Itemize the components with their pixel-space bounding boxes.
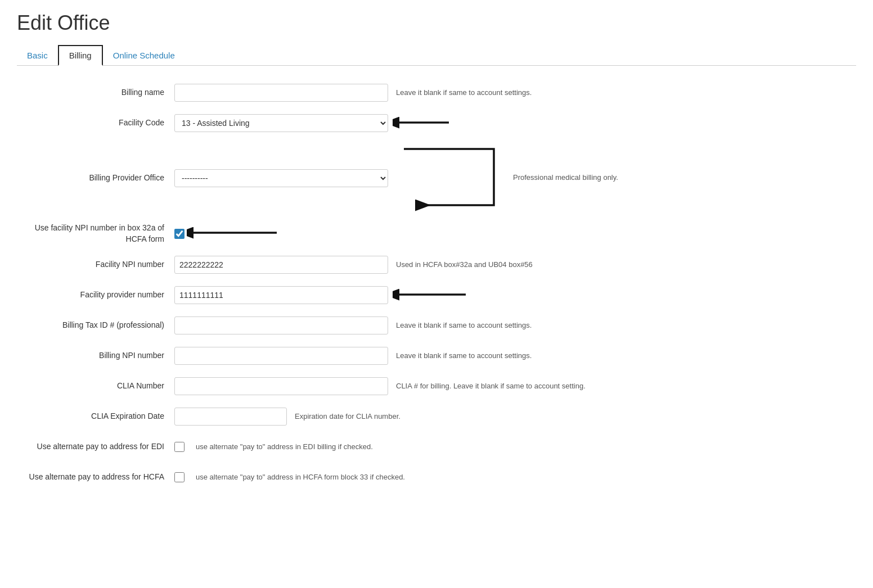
clia-number-input[interactable] bbox=[174, 377, 388, 395]
billing-npi-number-input[interactable] bbox=[174, 347, 388, 365]
billing-tax-id-hint: Leave it blank if same to account settin… bbox=[396, 320, 532, 331]
tab-bar: Basic Billing Online Schedule bbox=[17, 45, 856, 66]
billing-provider-office-hint: Professional medical billing only. bbox=[513, 173, 618, 183]
facility-npi-number-input[interactable]: 2222222222 bbox=[174, 256, 388, 274]
page-title: Edit Office bbox=[17, 11, 856, 35]
facility-npi-number-row: Facility NPI number 2222222222 Used in H… bbox=[17, 255, 804, 275]
billing-tax-id-row: Billing Tax ID # (professional) Leave it… bbox=[17, 315, 804, 336]
billing-provider-office-label: Billing Provider Office bbox=[17, 173, 174, 184]
billing-npi-number-hint: Leave it blank if same to account settin… bbox=[396, 351, 532, 361]
billing-name-input[interactable] bbox=[174, 84, 388, 102]
facility-provider-number-input[interactable]: 1111111111 bbox=[174, 286, 388, 304]
billing-provider-office-row: Billing Provider Office ---------- bbox=[17, 143, 804, 212]
clia-expiration-input[interactable] bbox=[174, 408, 287, 426]
clia-expiration-hint: Expiration date for CLIA number. bbox=[295, 411, 400, 422]
facility-provider-number-label: Facility provider number bbox=[17, 290, 174, 301]
arrow-billing-provider bbox=[393, 143, 505, 212]
use-facility-npi-label: Use facility NPI number in box 32a of HC… bbox=[17, 223, 174, 245]
alt-pay-hcfa-checkbox[interactable] bbox=[174, 472, 184, 482]
billing-npi-number-row: Billing NPI number Leave it blank if sam… bbox=[17, 346, 804, 366]
arrow-facility-code bbox=[393, 114, 454, 133]
tab-online-schedule[interactable]: Online Schedule bbox=[103, 46, 185, 65]
clia-number-label: CLIA Number bbox=[17, 381, 174, 392]
arrow-facility-provider-number bbox=[393, 286, 471, 305]
facility-code-label: Facility Code bbox=[17, 117, 174, 129]
clia-number-hint: CLIA # for billing. Leave it blank if sa… bbox=[396, 381, 586, 391]
alt-pay-hcfa-row: Use alternate pay to address for HCFA us… bbox=[17, 467, 804, 487]
facility-provider-number-row: Facility provider number 1111111111 bbox=[17, 285, 804, 305]
billing-name-label: Billing name bbox=[17, 87, 174, 98]
tab-billing[interactable]: Billing bbox=[58, 45, 103, 66]
alt-pay-edi-label: Use alternate pay to address for EDI bbox=[17, 441, 174, 453]
facility-code-select[interactable]: 13 - Assisted Living 01 - Pharmacy 02 - … bbox=[174, 114, 388, 132]
billing-provider-office-select[interactable]: ---------- bbox=[174, 169, 388, 187]
alt-pay-edi-row: Use alternate pay to address for EDI use… bbox=[17, 437, 804, 457]
alt-pay-hcfa-hint: use alternate "pay to" address in HCFA f… bbox=[196, 472, 405, 482]
billing-tax-id-input[interactable] bbox=[174, 316, 388, 334]
billing-form: Billing name Leave it blank if same to a… bbox=[17, 83, 804, 487]
facility-npi-number-label: Facility NPI number bbox=[17, 259, 174, 270]
billing-name-hint: Leave it blank if same to account settin… bbox=[396, 88, 532, 98]
clia-expiration-row: CLIA Expiration Date Expiration date for… bbox=[17, 406, 804, 427]
use-facility-npi-checkbox[interactable] bbox=[174, 229, 184, 239]
facility-code-row: Facility Code 13 - Assisted Living 01 - … bbox=[17, 113, 804, 133]
alt-pay-hcfa-label: Use alternate pay to address for HCFA bbox=[17, 472, 174, 483]
arrow-facility-npi-checkbox bbox=[187, 224, 282, 243]
billing-tax-id-label: Billing Tax ID # (professional) bbox=[17, 320, 174, 331]
clia-number-row: CLIA Number CLIA # for billing. Leave it… bbox=[17, 376, 804, 396]
alt-pay-edi-hint: use alternate "pay to" address in EDI bi… bbox=[196, 442, 373, 452]
billing-npi-number-label: Billing NPI number bbox=[17, 350, 174, 361]
billing-name-row: Billing name Leave it blank if same to a… bbox=[17, 83, 804, 103]
clia-expiration-label: CLIA Expiration Date bbox=[17, 411, 174, 422]
facility-npi-number-hint: Used in HCFA box#32a and UB04 box#56 bbox=[396, 260, 533, 270]
use-facility-npi-row: Use facility NPI number in box 32a of HC… bbox=[17, 223, 804, 245]
tab-basic[interactable]: Basic bbox=[17, 46, 58, 65]
alt-pay-edi-checkbox[interactable] bbox=[174, 442, 184, 452]
